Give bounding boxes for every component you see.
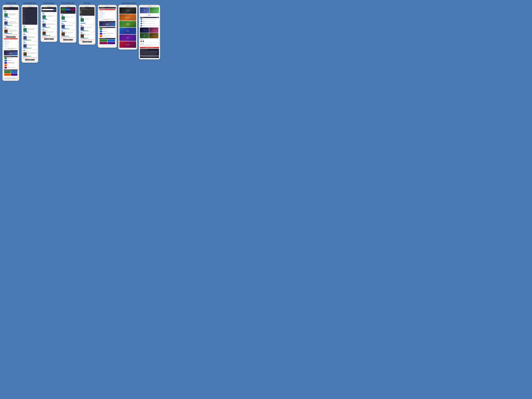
search-icon-3[interactable]: 🔍 [55, 7, 55, 8]
cover-magic[interactable]: MagicGirl [149, 33, 158, 38]
ai-play-3[interactable]: Walkthrough [29, 48, 31, 48]
ai-read-more-1[interactable]: Read More (13 Comments) [4, 25, 9, 26]
fav-item-1[interactable] [4, 71, 11, 73]
nav-item-browser[interactable]: Browser [23, 9, 37, 10]
search-icon-5[interactable]: 🔍 [93, 7, 93, 8]
filter-cb-flash[interactable] [80, 12, 81, 12]
nav-tab-flash[interactable]: Flash [6, 9, 8, 10]
ai-play-s3[interactable]: Walkthrough [48, 27, 50, 28]
nav-tab-review-3[interactable]: Review [42, 11, 44, 12]
rss-icon-6c[interactable]: ⬛ [140, 41, 142, 42]
search-icon-4[interactable]: 🔍 [74, 11, 74, 12]
menu-icon-5[interactable]: ☰ [94, 7, 94, 8]
load-more-btn-4[interactable]: Load More [63, 39, 73, 40]
bump-read-more-4[interactable]: Read More (13 Comments) [62, 36, 66, 37]
fav-item-6a-1[interactable] [100, 39, 107, 42]
nav-tab-indie-2[interactable]: Indie [27, 24, 29, 25]
nav-item-music[interactable]: Music [23, 16, 37, 17]
fav-chevron-6a[interactable]: ▼ [114, 38, 115, 39]
cover-royal-trap-6b[interactable]: THE ROYAL TRAP [120, 14, 136, 21]
nav-tab-indie-3[interactable]: Indie [47, 11, 48, 12]
nav-tab-indie[interactable]: Indie [8, 9, 10, 10]
search-icon-1[interactable]: 🔍 [16, 7, 17, 8]
fav-item-6a-2[interactable] [108, 39, 115, 42]
filter-cb-indie[interactable] [80, 13, 81, 14]
nav-item-strategy[interactable]: Strategy [23, 22, 37, 23]
user-icon-2[interactable]: 👤 [34, 7, 34, 8]
menu-icon-6a[interactable]: ☰ [115, 7, 115, 8]
bump-read-more-1[interactable]: Read More (13 Comments) [4, 33, 9, 34]
nav-tab-flash-2[interactable]: Flash [25, 24, 27, 25]
menu-icon-3[interactable]: ☰ [56, 7, 56, 8]
nav-item-casual[interactable]: Casual [23, 21, 37, 22]
comments-x-6a[interactable]: ✕ [114, 9, 115, 10]
search-icon-6a[interactable]: 🔍 [114, 7, 115, 8]
bump-read-more-2[interactable]: Read More (13 Comments) [23, 56, 28, 57]
user-icon-3[interactable]: 👤 [53, 7, 54, 8]
menu-icon-4[interactable]: ☰ [75, 11, 75, 12]
fav-item-4[interactable] [11, 73, 18, 76]
ai-play-5[interactable]: Walkthrough [86, 30, 89, 31]
fav-item-6a-4[interactable] [108, 42, 115, 44]
ai-play-4[interactable]: Walkthrough [67, 28, 69, 29]
fav-panel-item-2[interactable] [66, 8, 70, 11]
bump-play-s3[interactable]: Walkthrough [48, 35, 50, 36]
ai-read-more-4[interactable]: Read More (13 Comments) [62, 28, 66, 29]
nav-tab-flash-4[interactable]: Flash [63, 13, 65, 13]
ai-read-more-s3[interactable]: Read More (13 Comments) [43, 27, 47, 28]
star-icon-1[interactable]: ★ [16, 7, 16, 8]
fav-panel-item-3[interactable] [70, 8, 75, 11]
ai-read-more-2[interactable]: Read More (13 Comments) [23, 40, 28, 40]
cover-moonchild[interactable]: Moonchild [140, 27, 149, 33]
fav-item-3[interactable] [4, 73, 11, 76]
user-icon-1[interactable]: 👤 [15, 7, 15, 8]
nav-tab-walk-3[interactable]: Walkthrough [49, 11, 51, 12]
nav-tab-walk-4[interactable]: Walkthrough [68, 13, 71, 13]
fav-item-6a-3[interactable] [100, 42, 107, 44]
nav-tab-indie-5[interactable]: Indie [85, 14, 86, 15]
bump-play-4[interactable]: Walkthrough [67, 36, 69, 37]
rss-icon2-6c[interactable]: ⬛ [143, 41, 144, 42]
ingress-read-more-2[interactable]: Read More (13 Comments) [23, 32, 28, 32]
star-icon-5[interactable]: ★ [92, 7, 92, 8]
ingress-read-more-5[interactable]: Read More (13 Comments) [81, 23, 86, 24]
nav-tab-review-2[interactable]: Review [23, 24, 25, 25]
cover-lord[interactable]: LordElmaranPrincess [140, 33, 149, 38]
nav-tab-review-4[interactable]: Review [61, 13, 63, 13]
ingress-read-more-3[interactable]: Read More (13 Comments) [43, 19, 47, 19]
star-icon-3[interactable]: ★ [54, 7, 54, 8]
search-input-3[interactable] [42, 9, 53, 10]
fav-panel-item-1[interactable] [61, 8, 65, 11]
cover-series-2[interactable]: PajamaSam [150, 7, 159, 13]
nav-item-art[interactable]: Art [23, 15, 37, 16]
nav-tab-walk[interactable]: Walkthrough [10, 9, 13, 10]
menu-icon-1[interactable]: ☰ [17, 7, 18, 8]
load-more-btn-5[interactable]: Load More [82, 41, 92, 43]
ai-read-more-3[interactable]: Read More (13 Comments) [23, 48, 28, 48]
ai-play-1[interactable]: Walkthrough [9, 25, 12, 26]
cover-surmount-6b[interactable]: Surmount Simulator [120, 35, 136, 41]
bump-play-1[interactable]: Walkthrough [9, 33, 12, 34]
nav-item-flash[interactable]: Flash [23, 10, 37, 11]
search-submit-3[interactable]: search [54, 9, 56, 10]
nav-tab-flash-3[interactable]: Flash [44, 11, 46, 12]
bump-read-more-5[interactable]: Read More (13 Comments) [81, 38, 86, 39]
star-icon-2[interactable]: ★ [35, 7, 35, 8]
ingress-read-more-1[interactable]: Read More (13 Comments) [4, 17, 9, 18]
ingress-read-more-4[interactable]: Read More (13 Comments) [62, 21, 66, 22]
nav-item-indie[interactable]: Indie [23, 11, 37, 13]
bump-read-more-s3[interactable]: Read More (13 Comments) [43, 35, 47, 36]
nav-tab-flash-5[interactable]: Flash [82, 14, 84, 15]
nav-tab-walk-5[interactable]: Walkthrough [87, 14, 90, 15]
nav-item-mobile[interactable]: Mobile [23, 13, 37, 13]
user-icon-5[interactable]: 👤 [91, 7, 92, 8]
nav-tab-walk-2[interactable]: Walkthrough [30, 24, 32, 25]
bump-play-2[interactable]: Walkthrough [29, 56, 31, 57]
nav-item-adventure[interactable]: Adventure [23, 19, 37, 21]
cover-princess[interactable]: HarvestPrincess [149, 27, 158, 33]
nav-item-video[interactable]: Video [23, 13, 37, 15]
nav-item-puzzle[interactable]: Puzzle [23, 17, 37, 18]
nav-tab-review-5[interactable]: Review [80, 14, 82, 15]
fav-item-2[interactable] [11, 71, 18, 73]
load-more-btn-2[interactable]: Load More [25, 59, 35, 61]
